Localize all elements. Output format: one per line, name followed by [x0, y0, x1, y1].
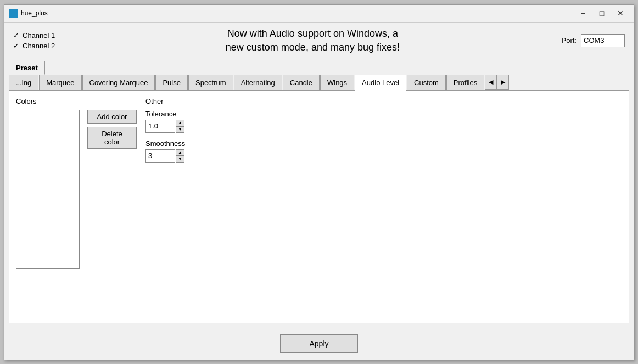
tab-nav-back[interactable]: ◀	[485, 75, 497, 90]
tolerance-spinner: ▲ ▼	[145, 120, 622, 133]
delete-color-button[interactable]: Delete color	[87, 127, 137, 149]
tabs-container: ...ing Marquee Covering Marquee Pulse Sp…	[9, 75, 629, 91]
colors-section-label: Colors	[16, 97, 137, 105]
window-title: hue_plus	[21, 9, 574, 17]
bottom-bar: Apply	[4, 328, 634, 360]
port-input[interactable]	[581, 34, 625, 47]
tab-spectrum[interactable]: Spectrum	[188, 75, 233, 90]
color-actions-area: Add color Delete color	[16, 110, 137, 269]
main-content: ...ing Marquee Covering Marquee Pulse Sp…	[4, 75, 634, 328]
tab-custom[interactable]: Custom	[407, 75, 446, 90]
title-bar: hue_plus − □ ✕	[4, 5, 634, 23]
tab-covering-marquee[interactable]: Covering Marquee	[82, 75, 155, 90]
other-panel: Other Tolerance ▲ ▼ Smoothness	[137, 97, 622, 316]
tab-wings[interactable]: Wings	[320, 75, 354, 90]
smoothness-group: Smoothness ▲ ▼	[145, 139, 622, 163]
action-buttons: Add color Delete color	[87, 110, 137, 149]
header-area: ✓ Channel 1 ✓ Channel 2 Now with Audio s…	[4, 23, 634, 59]
tab-fading[interactable]: ...ing	[9, 75, 38, 90]
add-color-button[interactable]: Add color	[87, 110, 137, 124]
tab-pulse[interactable]: Pulse	[155, 75, 188, 90]
tab-alternating[interactable]: Alternating	[234, 75, 282, 90]
headline-line2: new custom mode, and many bug fixes!	[226, 42, 400, 53]
channels-list: ✓ Channel 1 ✓ Channel 2	[13, 31, 55, 50]
channel2-label: Channel 2	[23, 42, 55, 50]
headline-line1: Now with Audio support on Windows, a	[227, 28, 398, 39]
tab-audio-level[interactable]: Audio Level	[355, 75, 406, 91]
channel2-check: ✓	[13, 42, 19, 50]
minimize-button[interactable]: −	[574, 7, 592, 20]
smoothness-down-btn[interactable]: ▼	[176, 156, 184, 163]
channel1-check: ✓	[13, 31, 19, 40]
tab-marquee[interactable]: Marquee	[39, 75, 81, 90]
tolerance-down-btn[interactable]: ▼	[176, 126, 184, 133]
tolerance-group: Tolerance ▲ ▼	[145, 110, 622, 133]
tolerance-up-btn[interactable]: ▲	[176, 120, 184, 126]
tolerance-label: Tolerance	[145, 110, 622, 118]
channel2-item: ✓ Channel 2	[13, 42, 55, 50]
app-icon	[9, 9, 18, 18]
tab-nav-forward[interactable]: ▶	[497, 75, 509, 90]
apply-button[interactable]: Apply	[280, 334, 357, 353]
smoothness-input[interactable]	[145, 149, 175, 163]
smoothness-spinner-btns: ▲ ▼	[176, 149, 184, 163]
color-list-box[interactable]	[16, 110, 80, 269]
smoothness-label: Smoothness	[145, 139, 622, 148]
channel1-item: ✓ Channel 1	[13, 31, 55, 40]
preset-tab-row: Preset	[4, 59, 634, 75]
tab-content-area: Colors Add color Delete color Other Tole…	[9, 91, 629, 323]
smoothness-up-btn[interactable]: ▲	[176, 149, 184, 156]
port-label: Port:	[562, 36, 577, 44]
close-button[interactable]: ✕	[612, 7, 629, 20]
tab-candle[interactable]: Candle	[283, 75, 320, 90]
tolerance-input[interactable]	[145, 120, 175, 133]
smoothness-spinner: ▲ ▼	[145, 149, 622, 163]
port-area: Port:	[562, 34, 625, 47]
tab-profiles[interactable]: Profiles	[446, 75, 484, 90]
window-controls: − □ ✕	[574, 7, 629, 20]
preset-tab[interactable]: Preset	[9, 61, 45, 75]
other-section-label: Other	[145, 97, 622, 105]
colors-panel: Colors Add color Delete color	[16, 97, 137, 316]
main-window: hue_plus − □ ✕ ✓ Channel 1 ✓ Channel 2 N…	[4, 4, 634, 360]
tolerance-spinner-btns: ▲ ▼	[176, 120, 184, 133]
channel1-label: Channel 1	[23, 31, 55, 40]
headline-text: Now with Audio support on Windows, a new…	[64, 27, 561, 54]
maximize-button[interactable]: □	[593, 7, 611, 20]
